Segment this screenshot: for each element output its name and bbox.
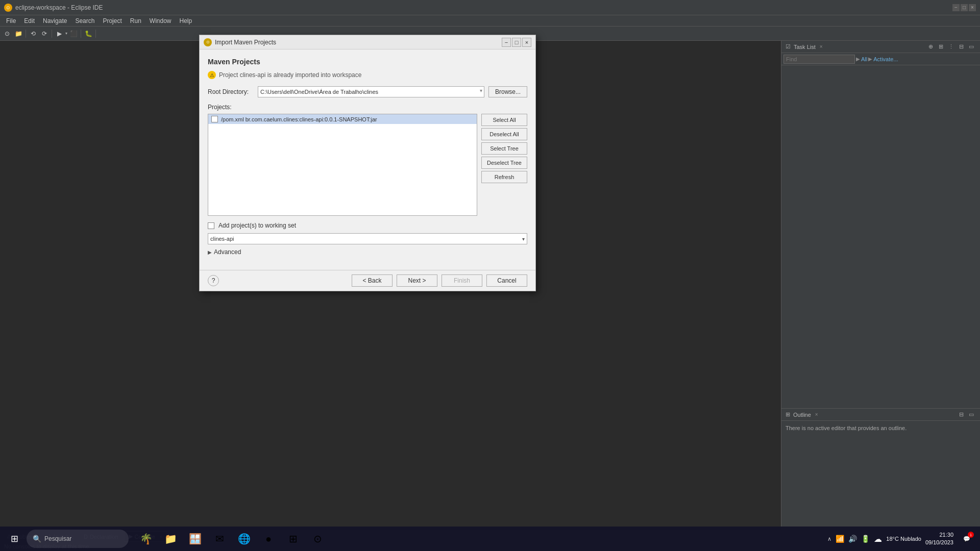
menu-search[interactable]: Search xyxy=(71,16,99,26)
activate-link[interactable]: Activate... xyxy=(873,56,898,62)
task-list-icon-btn-1[interactable]: ⊕ xyxy=(926,42,935,52)
taskbar-datetime[interactable]: 21:30 09/10/2023 xyxy=(925,531,953,547)
taskbar-app-edge[interactable]: 🌐 xyxy=(233,528,255,550)
menu-navigate[interactable]: Navigate xyxy=(39,16,71,26)
taskbar-time: 21:30 xyxy=(939,531,953,539)
toolbar-btn-4[interactable]: ⟳ xyxy=(39,29,50,39)
task-list-close[interactable]: × xyxy=(820,44,823,49)
task-list-title: Task List xyxy=(794,44,816,50)
taskbar-apps: 🌴 📁 🪟 ✉ 🌐 ● ⊞ ⊙ xyxy=(135,528,329,550)
dialog-minimize-btn[interactable]: − xyxy=(502,38,511,47)
working-set-label: Add project(s) to working set xyxy=(218,222,296,229)
dialog-heading: Maven Projects xyxy=(208,58,527,66)
all-arrow-icon: ▶ xyxy=(856,56,860,62)
taskbar-app-eclipse[interactable]: ⊙ xyxy=(306,528,329,550)
taskbar-app-files[interactable]: 📁 xyxy=(159,528,182,550)
right-panel: ☑ Task List × ⊕ ⊞ ⋮ ⊟ ▭ ▶ All ▶ Activate… xyxy=(781,41,980,531)
taskbar-app-mail[interactable]: ✉ xyxy=(208,528,231,550)
dialog-close-btn[interactable]: × xyxy=(522,38,531,47)
deselect-tree-button[interactable]: Deselect Tree xyxy=(481,157,527,169)
taskbar-battery-icon: 🔋 xyxy=(861,535,870,543)
taskbar-date: 09/10/2023 xyxy=(925,539,953,546)
menu-help[interactable]: Help xyxy=(176,16,197,26)
minimize-button[interactable]: − xyxy=(952,4,960,11)
toolbar-btn-5[interactable]: ▶ xyxy=(54,29,64,39)
menu-file[interactable]: File xyxy=(2,16,20,26)
browse-button[interactable]: Browse... xyxy=(488,86,527,97)
finish-button[interactable]: Finish xyxy=(442,274,482,287)
notification-button[interactable]: 💬 1 xyxy=(958,530,976,548)
close-button[interactable]: × xyxy=(969,4,976,11)
app-icon: ⊙ xyxy=(4,4,12,12)
taskbar-app-store[interactable]: 🪟 xyxy=(184,528,206,550)
outline-icon-btn-1[interactable]: ⊟ xyxy=(957,410,966,419)
help-button[interactable]: ? xyxy=(208,275,219,286)
deselect-all-button[interactable]: Deselect All xyxy=(481,128,527,140)
dialog-footer: ? < Back Next > Finish Cancel xyxy=(200,270,535,291)
outline-title: Outline xyxy=(793,412,811,418)
task-list-icon: ☑ xyxy=(786,43,791,50)
outline-icon-btn-2[interactable]: ▭ xyxy=(967,410,976,419)
dialog-title-bar: ⊙ Import Maven Projects − □ × xyxy=(200,35,535,49)
working-set-row: Add project(s) to working set xyxy=(208,222,527,229)
windows-search[interactable]: 🔍 Pesquisar xyxy=(27,530,129,548)
working-set-checkbox[interactable] xyxy=(208,222,214,229)
menu-project[interactable]: Project xyxy=(99,16,126,26)
toolbar-btn-1[interactable]: ⊙ xyxy=(2,29,12,39)
taskbar-app-chrome[interactable]: ● xyxy=(257,528,280,550)
task-list-icon-btn-3[interactable]: ⋮ xyxy=(946,42,955,52)
task-list-icon-btn-4[interactable]: ⊟ xyxy=(957,42,966,52)
notification-badge: 1 xyxy=(968,532,974,538)
toolbar-btn-2[interactable]: 📁 xyxy=(13,29,23,39)
warning-text: Project clines-api is already imported i… xyxy=(219,71,361,79)
start-button[interactable]: ⊞ xyxy=(4,529,24,549)
toolbar-btn-3[interactable]: ⟲ xyxy=(28,29,38,39)
dialog-content-area: Maven Projects ⚠ Project clines-api is a… xyxy=(200,49,535,270)
menu-window[interactable]: Window xyxy=(145,16,176,26)
menu-bar: File Edit Navigate Search Project Run Wi… xyxy=(0,15,980,27)
maximize-button[interactable]: □ xyxy=(961,4,968,11)
select-all-button[interactable]: Select All xyxy=(481,114,527,126)
taskbar-app-tree[interactable]: 🌴 xyxy=(135,528,157,550)
task-list-find-input[interactable] xyxy=(783,55,855,64)
search-icon: 🔍 xyxy=(33,535,41,543)
warning-row: ⚠ Project clines-api is already imported… xyxy=(208,71,527,79)
project-checkbox[interactable] xyxy=(211,116,218,122)
root-dir-input[interactable] xyxy=(258,86,484,97)
toolbar-btn-6[interactable]: ⬛ xyxy=(68,29,79,39)
outline-toolbar-icons: ⊟ ▭ xyxy=(957,410,976,419)
search-placeholder-text: Pesquisar xyxy=(44,535,71,542)
working-set-select[interactable]: clines-api ▾ xyxy=(208,233,527,244)
project-item[interactable]: /pom.xml br.com.caelum.clines:clines-api… xyxy=(208,114,477,124)
taskbar-chevron-icon[interactable]: ∧ xyxy=(827,536,831,542)
dialog-icon: ⊙ xyxy=(204,38,212,46)
advanced-arrow-icon: ▶ xyxy=(208,249,212,255)
working-set-value: clines-api xyxy=(210,236,234,242)
dialog-maximize-btn[interactable]: □ xyxy=(512,38,521,47)
taskbar-sound-icon: 🔊 xyxy=(848,535,857,543)
outline-close[interactable]: × xyxy=(815,412,818,417)
next-button[interactable]: Next > xyxy=(397,274,437,287)
cancel-button[interactable]: Cancel xyxy=(486,274,527,287)
toolbar-separator-3 xyxy=(81,30,81,38)
root-dir-dropdown-arrow: ▾ xyxy=(480,88,482,93)
select-tree-button[interactable]: Select Tree xyxy=(481,142,527,155)
warning-icon: ⚠ xyxy=(208,71,216,79)
toolbar-separator-4 xyxy=(95,30,96,38)
taskbar-system-icons: ∧ 📶 🔊 🔋 xyxy=(827,535,870,543)
taskbar-app-grid[interactable]: ⊞ xyxy=(282,528,304,550)
advanced-label[interactable]: Advanced xyxy=(214,248,241,256)
refresh-button[interactable]: Refresh xyxy=(481,171,527,183)
taskbar-right-area: ∧ 📶 🔊 🔋 ☁ 18°C Nublado 21:30 09/10/2023 … xyxy=(827,530,976,548)
outline-panel: ⊞ Outline × ⊟ ▭ There is no active edito… xyxy=(781,408,980,531)
outline-header: ⊞ Outline × ⊟ ▭ xyxy=(781,409,980,421)
toolbar-btn-7[interactable]: 🐛 xyxy=(83,29,93,39)
menu-run[interactable]: Run xyxy=(126,16,145,26)
all-link[interactable]: All xyxy=(861,56,867,62)
back-button[interactable]: < Back xyxy=(352,274,393,287)
task-list-icon-btn-2[interactable]: ⊞ xyxy=(936,42,945,52)
task-list-icon-btn-5[interactable]: ▭ xyxy=(967,42,976,52)
projects-buttons: Select All Deselect All Select Tree Dese… xyxy=(481,114,527,216)
activate-arrow-icon: ▶ xyxy=(868,56,872,62)
menu-edit[interactable]: Edit xyxy=(20,16,39,26)
